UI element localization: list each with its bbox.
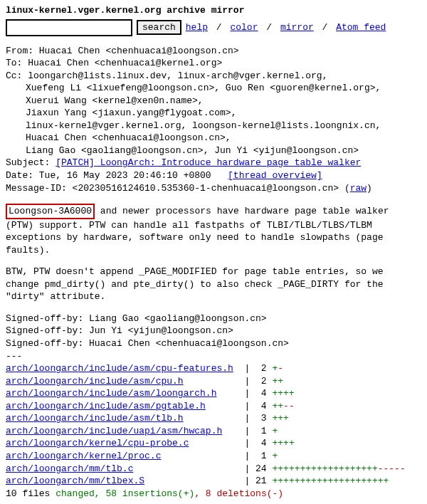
body-text: (PTW) support. PTW can handle all fastpa… — [6, 219, 421, 257]
diff-stats: | 1 + — [222, 425, 278, 438]
summary-changed: changed — [56, 488, 95, 499]
diffstat-summary: 10 files changed, 58 insertions(+), 8 de… — [6, 488, 421, 500]
header-subject: Subject: [PATCH] LoongArch: Introduce ha… — [6, 157, 421, 169]
diff-file-link[interactable]: arch/loongarch/include/asm/cpu.h — [6, 375, 184, 388]
summary-pre: 10 files — [6, 488, 56, 499]
help-link[interactable]: help — [186, 22, 208, 33]
diffstat-row: arch/loongarch/mm/tlbex.S | 21 +++++++++… — [6, 475, 421, 488]
msgid-text: Message-ID: <20230516124610.535360-1-che… — [6, 183, 350, 194]
diffstat-row: arch/loongarch/include/asm/loongarch.h |… — [6, 387, 421, 400]
thread-overview-link[interactable]: [thread overview] — [228, 170, 322, 181]
archive-title: linux-kernel.vger.kernel.org archive mir… — [6, 4, 421, 17]
search-bar: search help / color / mirror / Atom feed — [6, 19, 421, 36]
diffstat-row: arch/loongarch/include/asm/cpu.h | 2 ++ — [6, 375, 421, 388]
header-to: To: Huacai Chen <chenhuacai@kernel.org> — [6, 57, 421, 70]
header-date: Date: Tue, 16 May 2023 20:46:10 +0800 [t… — [6, 169, 421, 182]
diff-stats: | 2 ++ — [184, 375, 283, 388]
highlight-term: Loongson-3A6000 — [6, 204, 95, 219]
header-cc: Cc: loongarch@lists.linux.dev, linux-arc… — [6, 70, 421, 83]
raw-link[interactable]: raw — [350, 183, 367, 194]
header-from: From: Huacai Chen <chenhuacai@loongson.c… — [6, 45, 421, 58]
body-p2: BTW, PTW doesn't append _PAGE_MODIFIED f… — [6, 266, 421, 303]
diff-stats: | 2 +- — [233, 362, 283, 375]
atom-link[interactable]: Atom feed — [336, 22, 386, 33]
body-text: and newer processors have hardware page … — [95, 206, 389, 216]
diffstat-row: arch/loongarch/kernel/cpu-probe.c | 4 ++… — [6, 437, 421, 450]
date-text: Date: Tue, 16 May 2023 20:46:10 +0800 — [6, 170, 228, 181]
cc-line: Jiaxun Yang <jiaxun.yang@flygoat.com>, — [26, 107, 421, 120]
divider: / — [322, 22, 328, 33]
nav-links: help / color / mirror / Atom feed — [186, 21, 386, 34]
diff-file-link[interactable]: arch/loongarch/mm/tlbex.S — [6, 475, 144, 488]
signed-off-by: Signed-off-by: Huacai Chen <chenhuacai@l… — [6, 337, 421, 350]
summary-del: , 8 deletions(-) — [194, 488, 283, 499]
diffstat-row: arch/loongarch/include/asm/tlb.h | 3 +++ — [6, 412, 421, 425]
summary-ins: , 58 insertions(+) — [95, 488, 194, 499]
cc-line: linux-kernel@vger.kernel.org, loongson-k… — [26, 120, 421, 132]
signed-off-by: Signed-off-by: Liang Gao <gaoliang@loong… — [6, 313, 421, 325]
diff-stats: | 1 + — [161, 450, 278, 463]
cc-list: Xuefeng Li <lixuefeng@loongson.cn>, Guo … — [26, 82, 421, 157]
body-p1: Loongson-3A6000 and newer processors hav… — [6, 204, 421, 219]
subject-label: Subject: — [6, 157, 56, 168]
color-link[interactable]: color — [230, 22, 258, 33]
diff-stats: | 3 +++ — [184, 412, 289, 425]
diffstat-row: arch/loongarch/include/uapi/asm/hwcap.h … — [6, 425, 421, 438]
diff-stats: | 4 ++++ — [216, 387, 294, 400]
signed-off-by: Signed-off-by: Jun Yi <yijun@loongson.cn… — [6, 325, 421, 337]
dashes: --- — [6, 350, 421, 363]
diff-file-link[interactable]: arch/loongarch/include/asm/pgtable.h — [6, 400, 206, 413]
cc-line: Xuerui Wang <kernel@xen0n.name>, — [26, 95, 421, 107]
diffstat-row: arch/loongarch/include/asm/pgtable.h | 4… — [6, 400, 421, 413]
cc-line: Huacai Chen <chenhuacai@loongson.cn>, — [26, 132, 421, 145]
mirror-link[interactable]: mirror — [280, 22, 314, 33]
subject-link[interactable]: [PATCH] LoongArch: Introduce hardware pa… — [56, 157, 361, 168]
diff-stats: | 24 +++++++++++++++++++----- — [133, 463, 405, 476]
diffstat-row: arch/loongarch/kernel/proc.c | 1 + — [6, 450, 421, 463]
diff-file-link[interactable]: arch/loongarch/kernel/proc.c — [6, 450, 161, 463]
diff-file-link[interactable]: arch/loongarch/mm/tlb.c — [6, 463, 133, 476]
diff-file-link[interactable]: arch/loongarch/include/uapi/asm/hwcap.h — [6, 425, 222, 438]
search-input[interactable] — [6, 19, 132, 36]
diff-file-link[interactable]: arch/loongarch/kernel/cpu-probe.c — [6, 437, 189, 450]
divider: / — [216, 22, 222, 33]
search-button[interactable]: search — [137, 20, 181, 35]
diff-stats: | 4 ++-- — [206, 400, 295, 413]
msgid-post: ) — [367, 183, 372, 194]
header-message-id: Message-ID: <20230516124610.535360-1-che… — [6, 182, 421, 195]
cc-line: Xuefeng Li <lixuefeng@loongson.cn>, Guo … — [26, 82, 421, 95]
cc-line: Liang Gao <gaoliang@loongson.cn>, Jun Yi… — [26, 145, 421, 157]
diffstat-row: arch/loongarch/mm/tlb.c | 24 +++++++++++… — [6, 463, 421, 476]
diff-file-link[interactable]: arch/loongarch/include/asm/cpu-features.… — [6, 362, 233, 375]
diffstat-block: arch/loongarch/include/asm/cpu-features.… — [6, 362, 421, 487]
diff-stats: | 4 ++++ — [189, 437, 294, 450]
divider: / — [266, 22, 272, 33]
diff-file-link[interactable]: arch/loongarch/include/asm/tlb.h — [6, 412, 184, 425]
diffstat-row: arch/loongarch/include/asm/cpu-features.… — [6, 362, 421, 375]
diff-file-link[interactable]: arch/loongarch/include/asm/loongarch.h — [6, 387, 216, 400]
diff-stats: | 21 +++++++++++++++++++++ — [144, 475, 389, 488]
